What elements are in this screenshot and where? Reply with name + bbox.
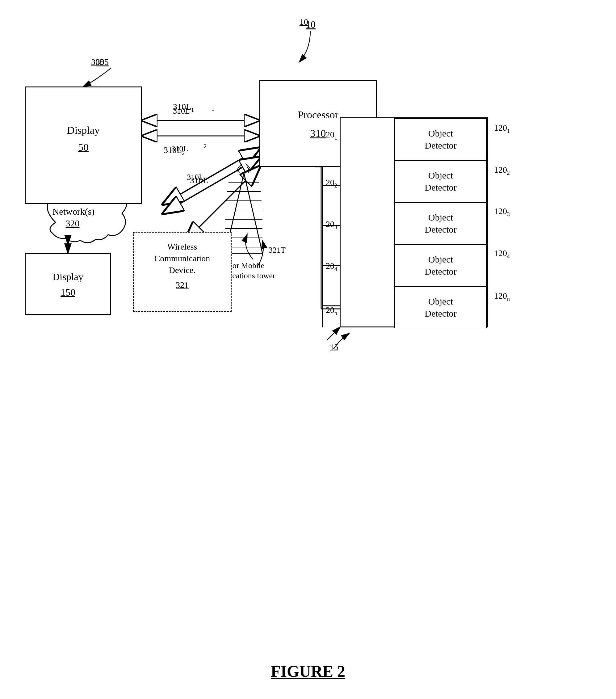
detector-4-box: ObjectDetector [394,244,487,286]
figure-label: FIGURE 2 [271,662,345,681]
network-ref: 320 [48,218,97,228]
ref-10: 10 [299,17,308,27]
ref-120-1: 1201 [494,123,510,134]
label-310L1: 310L1 [173,102,194,113]
label-310L2: 310L2 [164,145,185,157]
display-150-box: Display 150 [25,253,111,315]
wireless-line3: Device. [134,265,231,275]
ref-310L2-sub: 2 [204,143,206,149]
diagram: 10 305 310L 1 .310L 2 310L [0,0,616,699]
svg-line-9 [164,158,259,213]
detector-5-text: ObjectDetector [425,295,456,319]
label-310L: 310L [190,175,208,185]
ref-120-2: 1202 [494,165,510,176]
detector-array-box: ObjectDetector ObjectDetector ObjectDete… [340,117,488,327]
wireless-line2: Communication [134,254,231,263]
display-50-box: Display 50 [25,87,142,204]
display50-ref: 50 [26,142,141,153]
svg-line-33 [327,327,340,340]
detector-5-box: ObjectDetector [394,286,487,328]
detector-4-text: ObjectDetector [425,253,456,277]
wireless-ref: 321 [134,280,231,290]
ref-20-4: 204 [326,261,337,273]
ref-310L1-sub: 1 [212,106,214,112]
ref-120-4: 1204 [494,248,510,260]
ref-321T: 321T [269,246,286,255]
network-title: Network(s) [40,206,107,217]
detector-2-text: ObjectDetector [425,169,456,193]
ref-120-3: 1203 [494,206,510,218]
wireless-line1: Wireless [134,242,231,252]
ref-20-n: 20n [326,305,337,317]
detector-1-box: ObjectDetector [394,118,487,160]
ref-15: 15 [330,342,338,352]
wireless-device-box: Wireless Communication Device. 321 [133,232,231,312]
detector-2-box: ObjectDetector [394,160,487,202]
ref-305: 305 [91,57,104,67]
ref-120-n: 120n [494,291,510,302]
display50-title: Display [26,124,141,136]
detector-1-text: ObjectDetector [425,127,456,151]
svg-line-8 [164,148,259,204]
ref-20-1: 201 [326,130,337,141]
display150-ref: 150 [26,287,110,298]
ref-20-3: 203 [326,219,337,231]
ref-20-2: 202 [326,177,337,189]
detector-3-box: ObjectDetector [394,202,487,244]
detector-3-text: ObjectDetector [425,211,456,235]
display150-title: Display [26,271,110,282]
